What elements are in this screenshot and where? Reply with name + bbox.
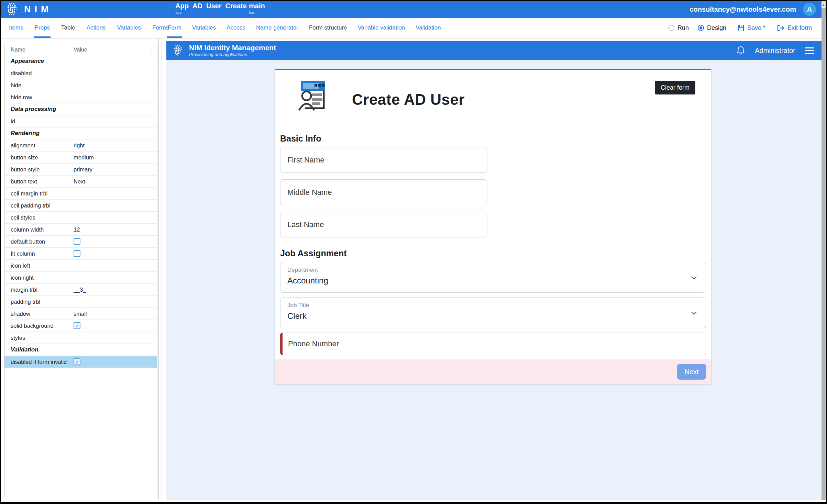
basic-fields-group: First NameMiddle NameLast Name: [280, 147, 706, 237]
property-section-validation[interactable]: Validation: [4, 344, 157, 356]
page-scrollbar[interactable]: ▲: [822, 1, 826, 500]
property-name: id: [4, 118, 72, 125]
nim-logo-icon: [5, 2, 19, 16]
property-section-appearance[interactable]: Appearance: [4, 55, 157, 67]
property-value[interactable]: 12: [72, 226, 80, 233]
property-row-solid-background[interactable]: solid background✓: [4, 320, 157, 332]
property-value[interactable]: medium: [72, 154, 94, 161]
app-title-block: App_AD_User_Create app: [175, 2, 247, 14]
form-tab-variables[interactable]: Variables: [192, 18, 216, 38]
checkbox-checked-icon[interactable]: ✓: [74, 358, 80, 365]
menu-hamburger-icon[interactable]: [805, 47, 814, 54]
user-email: consultancy@nwtools4ever.com: [690, 1, 796, 18]
property-row-shadow[interactable]: shadowsmall: [4, 308, 157, 320]
form-name: main: [249, 2, 265, 10]
property-row-cell-styles[interactable]: cell styles: [4, 212, 157, 224]
chevron-down-icon[interactable]: [690, 273, 698, 282]
designer-tab-variables[interactable]: Variables: [117, 18, 141, 38]
scrollbar-thumb[interactable]: [822, 8, 826, 500]
property-name: Data processing: [4, 106, 72, 113]
basic-info-heading: Basic Info: [280, 134, 711, 144]
save-button[interactable]: Save *: [738, 24, 765, 32]
property-row-styles[interactable]: styles: [4, 332, 157, 344]
property-section-rendering[interactable]: Rendering: [4, 127, 157, 139]
exit-form-label: Exit form: [787, 24, 812, 32]
form-tab-form-structure[interactable]: Form structure: [309, 18, 347, 38]
designer-tab-actions[interactable]: Actions: [87, 18, 106, 38]
property-row-id[interactable]: id: [4, 115, 157, 127]
property-row-disabled-if-form-invalid[interactable]: disabled if form invalid✓: [4, 356, 157, 368]
property-row-default-button[interactable]: default button: [4, 236, 157, 248]
property-value[interactable]: Next: [72, 178, 85, 185]
last-name-field[interactable]: Last Name: [280, 212, 487, 237]
design-radio-circle-icon[interactable]: [698, 25, 704, 31]
first-name-field[interactable]: First Name: [280, 147, 487, 173]
property-row-margin-trbl[interactable]: margin trbl__3_: [4, 284, 157, 296]
run-radio-circle-icon[interactable]: [668, 25, 674, 31]
panel-scrollbar[interactable]: [162, 38, 162, 500]
form-action-strip: Next: [275, 359, 711, 384]
property-row-hide[interactable]: hide: [4, 79, 157, 91]
property-row-padding-trbl[interactable]: padding trbl: [4, 296, 157, 308]
designer-tab-props[interactable]: Props: [35, 18, 50, 38]
property-row-alignment[interactable]: alignmentright: [4, 139, 157, 152]
form-tab-form[interactable]: Form: [168, 18, 181, 38]
phone-number-field[interactable]: Phone Number: [280, 333, 706, 355]
admin-user-label[interactable]: Administrator: [755, 47, 795, 55]
property-row-button-style[interactable]: button styleprimary: [4, 164, 157, 176]
property-row-button-text[interactable]: button textNext: [4, 176, 157, 188]
property-section-data-processing[interactable]: Data processing: [4, 103, 157, 115]
avatar[interactable]: A: [803, 3, 816, 16]
property-row-icon-left[interactable]: icon left: [4, 260, 157, 272]
save-label: Save *: [747, 24, 765, 32]
property-row-fit-column[interactable]: fit column: [4, 248, 157, 260]
property-row-icon-right[interactable]: icon right: [4, 272, 157, 284]
property-row-button-size[interactable]: button sizemedium: [4, 152, 157, 164]
run-mode-radio[interactable]: Run: [668, 24, 689, 32]
form-kind-label: form: [249, 10, 265, 14]
column-header-value[interactable]: Value: [72, 47, 87, 53]
property-name: margin trbl: [4, 287, 72, 293]
form-tab-validation[interactable]: Validation: [416, 18, 441, 38]
property-name: shadow: [4, 311, 72, 317]
property-row-cell-margin-trbl[interactable]: cell margin trbl: [4, 188, 157, 200]
form-tab-access[interactable]: Access: [227, 18, 245, 38]
scrollbar-up-arrow-icon[interactable]: ▲: [822, 1, 826, 8]
property-value[interactable]: right: [72, 142, 85, 149]
select-value: Accounting: [287, 276, 699, 285]
clear-form-button[interactable]: Clear form: [655, 81, 695, 94]
chevron-down-icon[interactable]: [690, 309, 698, 317]
checkbox-unchecked-icon[interactable]: [74, 238, 80, 245]
form-tab-variable-validation[interactable]: Variable validation: [357, 18, 405, 38]
preview-subtitle: Provisioning and applications: [189, 52, 276, 57]
design-mode-radio[interactable]: Design: [698, 24, 726, 32]
department-select[interactable]: DepartmentAccounting: [280, 262, 706, 293]
property-name: solid background: [4, 323, 72, 329]
property-value[interactable]: __3_: [72, 287, 86, 293]
form-tab-name-generator[interactable]: Name generator: [256, 18, 298, 38]
app-bar: NIM App_AD_User_Create app main form con…: [1, 1, 826, 18]
checkbox-unchecked-icon[interactable]: [74, 250, 80, 257]
property-row-hide-row[interactable]: hide row: [4, 91, 157, 103]
designer-tab-table[interactable]: Table: [61, 18, 75, 38]
middle-name-field[interactable]: Middle Name: [280, 179, 487, 205]
job-title-select[interactable]: Job TitleClerk: [280, 297, 706, 328]
property-name: default button: [4, 238, 72, 245]
property-row-column-width[interactable]: column width12: [4, 224, 157, 236]
property-value[interactable]: primary: [72, 166, 92, 173]
designer-tab-forms[interactable]: Forms: [152, 18, 169, 38]
properties-table-header: Name Value: [4, 44, 157, 55]
property-row-disabled[interactable]: disabled: [4, 67, 157, 79]
properties-table-rows: Appearancedisabledhidehide rowData proce…: [4, 55, 157, 368]
nav-controls: Run Design Save *: [668, 18, 812, 38]
exit-form-button[interactable]: Exit form: [777, 24, 812, 32]
checkbox-checked-icon[interactable]: ✓: [74, 322, 80, 329]
property-value[interactable]: small: [72, 311, 87, 317]
designer-tab-items[interactable]: Items: [9, 18, 23, 38]
notifications-bell-icon[interactable]: [736, 46, 745, 55]
column-header-name[interactable]: Name: [4, 47, 72, 53]
property-name: cell margin trbl: [4, 190, 72, 197]
run-label: Run: [677, 24, 689, 32]
next-button[interactable]: Next: [677, 364, 706, 380]
property-row-cell-padding-trbl[interactable]: cell padding trbl: [4, 200, 157, 212]
